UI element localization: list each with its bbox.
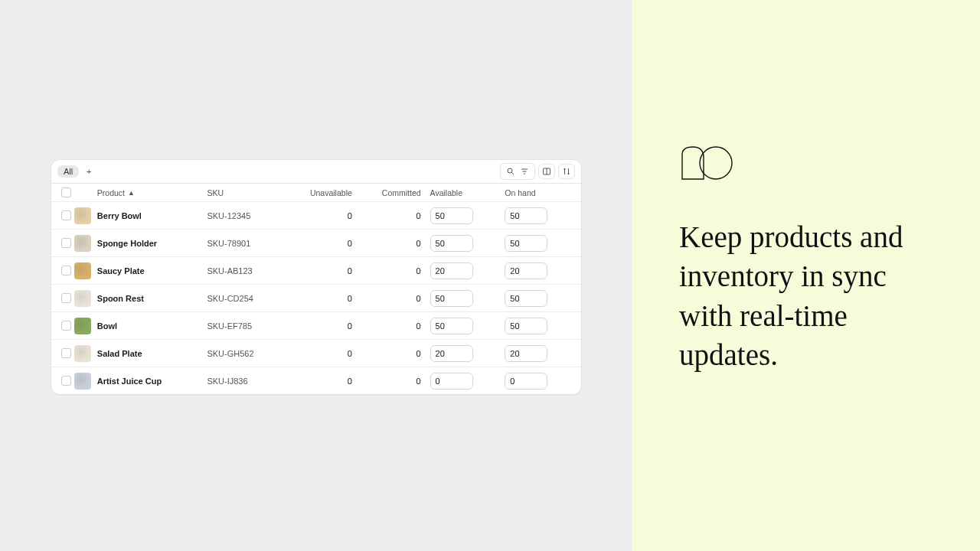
onhand-input[interactable]: 20 <box>505 345 547 362</box>
product-thumbnail[interactable] <box>74 318 91 334</box>
table-row: Sponge HolderSKU-78901005050 <box>51 229 581 256</box>
product-thumbnail[interactable] <box>74 207 91 224</box>
row-checkbox[interactable] <box>61 293 71 303</box>
table-header: Product ▲ SKU Unavailable Committed Avai… <box>51 183 581 201</box>
available-input[interactable]: 50 <box>430 290 473 307</box>
product-sku: SKU-78901 <box>207 239 289 248</box>
onhand-input[interactable]: 50 <box>505 207 547 224</box>
table-row: Saucy PlateSKU-AB123002020 <box>51 256 581 284</box>
product-sku: SKU-EF785 <box>207 321 289 331</box>
svg-point-0 <box>508 168 512 173</box>
unavailable-value: 0 <box>289 294 361 303</box>
unavailable-value: 0 <box>289 266 361 276</box>
product-sku: SKU-12345 <box>207 211 289 220</box>
search-filter-group <box>500 163 535 180</box>
product-sku: SKU-GH562 <box>207 349 289 358</box>
product-sku: SKU-IJ836 <box>207 377 289 386</box>
filter-button[interactable] <box>518 165 531 178</box>
committed-value: 0 <box>361 294 430 303</box>
col-header-product[interactable]: Product ▲ <box>94 188 207 197</box>
product-name[interactable]: Saucy Plate <box>94 266 207 276</box>
svg-line-1 <box>511 172 514 174</box>
onhand-input[interactable]: 0 <box>505 373 547 390</box>
product-sku: SKU-AB123 <box>207 266 289 276</box>
search-button[interactable] <box>504 165 518 178</box>
product-thumbnail[interactable] <box>74 373 91 390</box>
unavailable-value: 0 <box>289 211 361 220</box>
table-row: BowlSKU-EF785005050 <box>51 311 581 339</box>
table-row: Artist Juice CupSKU-IJ8360000 <box>51 367 581 394</box>
onhand-input[interactable]: 20 <box>505 262 547 279</box>
table-row: Salad PlateSKU-GH562002020 <box>51 339 581 367</box>
tab-all[interactable]: All <box>57 165 79 178</box>
product-name[interactable]: Salad Plate <box>94 349 207 358</box>
onhand-input[interactable]: 50 <box>505 318 547 334</box>
committed-value: 0 <box>361 266 430 276</box>
product-name[interactable]: Berry Bowl <box>94 211 207 220</box>
unavailable-value: 0 <box>289 239 361 248</box>
table-row: Spoon RestSKU-CD254005050 <box>51 284 581 311</box>
onhand-input[interactable]: 50 <box>505 290 547 307</box>
committed-value: 0 <box>361 239 430 248</box>
brand-logo-icon <box>679 144 733 182</box>
col-header-available[interactable]: Available <box>430 188 505 197</box>
committed-value: 0 <box>361 321 430 331</box>
inventory-left-pane: All + <box>0 0 632 551</box>
svg-point-7 <box>700 147 732 179</box>
available-input[interactable]: 50 <box>430 318 473 334</box>
col-header-product-label: Product <box>97 188 125 197</box>
product-thumbnail[interactable] <box>74 290 91 307</box>
sort-arrows-icon <box>562 167 571 176</box>
available-input[interactable]: 20 <box>430 345 473 362</box>
inventory-card: All + <box>51 159 582 395</box>
col-header-onhand[interactable]: On hand <box>505 188 581 197</box>
product-name[interactable]: Sponge Holder <box>94 239 207 248</box>
product-sku: SKU-CD254 <box>207 294 289 303</box>
unavailable-value: 0 <box>289 321 361 331</box>
available-input[interactable]: 20 <box>430 262 473 279</box>
columns-icon <box>542 167 551 176</box>
unavailable-value: 0 <box>289 349 361 358</box>
available-input[interactable]: 0 <box>430 373 473 390</box>
col-header-committed[interactable]: Committed <box>361 188 430 197</box>
col-header-sku[interactable]: SKU <box>207 188 289 197</box>
available-input[interactable]: 50 <box>430 207 473 224</box>
row-checkbox[interactable] <box>61 266 71 276</box>
card-toolbar: All + <box>54 163 578 180</box>
sort-asc-icon: ▲ <box>128 189 135 197</box>
row-checkbox[interactable] <box>61 348 71 358</box>
columns-button[interactable] <box>538 164 555 179</box>
add-tab-button[interactable]: + <box>82 165 96 178</box>
product-thumbnail[interactable] <box>74 345 91 362</box>
sort-button[interactable] <box>558 164 575 179</box>
select-all-checkbox[interactable] <box>61 187 71 197</box>
promo-headline: Keep products and inventory in sync with… <box>679 217 942 375</box>
col-header-unavailable[interactable]: Unavailable <box>289 188 361 197</box>
product-thumbnail[interactable] <box>74 235 91 252</box>
committed-value: 0 <box>361 377 430 386</box>
plus-icon: + <box>87 167 91 176</box>
committed-value: 0 <box>361 349 430 358</box>
product-name[interactable]: Artist Juice Cup <box>94 377 207 386</box>
row-checkbox[interactable] <box>61 376 71 386</box>
filter-icon <box>520 167 529 176</box>
row-checkbox[interactable] <box>61 210 71 220</box>
table-row: Berry BowlSKU-12345005050 <box>51 201 581 229</box>
unavailable-value: 0 <box>289 377 361 386</box>
onhand-input[interactable]: 50 <box>505 235 547 252</box>
product-thumbnail[interactable] <box>74 262 91 279</box>
row-checkbox[interactable] <box>61 238 71 248</box>
row-checkbox[interactable] <box>61 321 71 331</box>
product-name[interactable]: Spoon Rest <box>94 294 207 303</box>
committed-value: 0 <box>361 211 430 220</box>
available-input[interactable]: 50 <box>430 235 473 252</box>
search-icon <box>506 167 515 176</box>
product-name[interactable]: Bowl <box>94 321 207 331</box>
promo-right-pane: Keep products and inventory in sync with… <box>632 0 980 551</box>
